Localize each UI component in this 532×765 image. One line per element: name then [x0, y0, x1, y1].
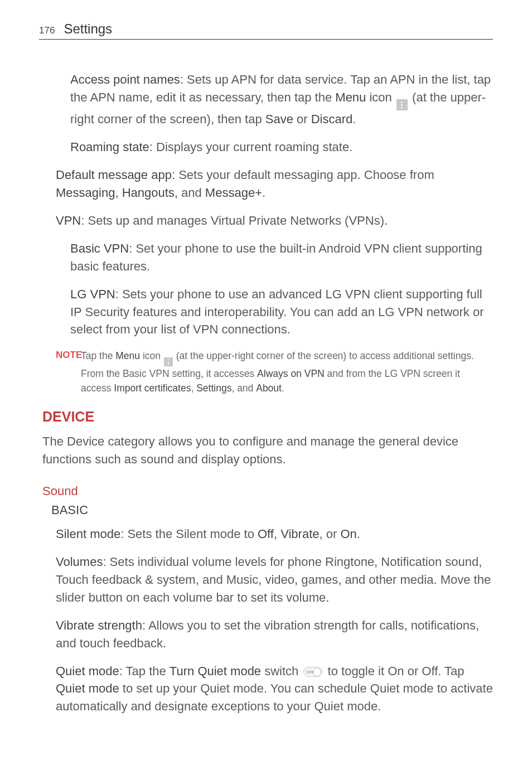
basic-heading: BASIC: [39, 503, 493, 517]
page-header: 176 Settings: [39, 21, 493, 40]
default-msg-paragraph: Default message app: Sets your default m…: [39, 166, 493, 202]
note-block: NOTE Tap the Menu icon (at the upper-rig…: [39, 348, 493, 395]
device-heading: DEVICE: [39, 409, 493, 425]
menu-icon: [164, 357, 173, 366]
header-title: Settings: [64, 21, 112, 37]
roaming-paragraph: Roaming state: Displays your current roa…: [39, 138, 493, 156]
sound-heading: Sound: [39, 484, 493, 498]
note-body: Tap the Menu icon (at the upper-right co…: [81, 348, 493, 395]
page-number: 176: [39, 25, 55, 36]
vibrate-strength-paragraph: Vibrate strength: Allows you to set the …: [39, 617, 493, 652]
menu-icon: [396, 99, 408, 110]
basic-vpn-paragraph: Basic VPN: Set your phone to use the bui…: [39, 240, 493, 275]
note-label: NOTE: [39, 348, 81, 395]
device-description: The Device category allows you to config…: [39, 433, 493, 468]
volumes-paragraph: Volumes: Sets individual volume levels f…: [39, 553, 493, 607]
quiet-mode-paragraph: Quiet mode: Tap the Turn Quiet mode swit…: [39, 662, 493, 716]
apn-paragraph: Access point names: Sets up APN for data…: [39, 71, 493, 128]
lg-vpn-paragraph: LG VPN: Sets your phone to use an advanc…: [39, 285, 493, 339]
page: 176 Settings Access point names: Sets up…: [0, 0, 532, 748]
silent-mode-paragraph: Silent mode: Sets the Silent mode to Off…: [39, 525, 493, 543]
toggle-off-icon: OFF: [303, 667, 322, 677]
vpn-paragraph: VPN: Sets up and manages Virtual Private…: [39, 212, 493, 230]
